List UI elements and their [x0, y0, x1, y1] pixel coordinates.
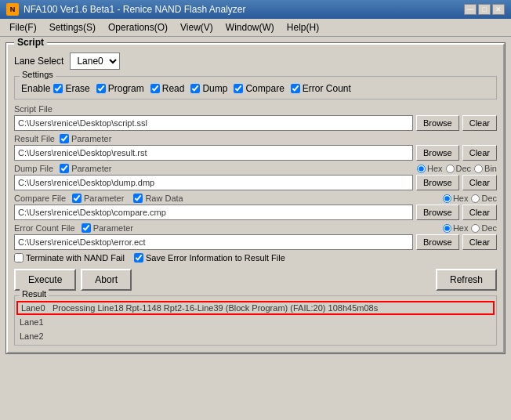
result-lane0-label: Lane0	[21, 303, 49, 313]
app-icon-text: N	[10, 5, 16, 13]
result-file-input[interactable]	[14, 145, 413, 161]
error-count-file-label: Error Count File	[14, 223, 75, 233]
dump-file-browse-button[interactable]: Browse	[416, 175, 459, 190]
menu-file[interactable]: File(F)	[3, 20, 43, 34]
dump-file-row: Dump File Parameter Hex Dec Bin Browse C…	[14, 164, 497, 190]
checkbox-erase[interactable]: Erase	[53, 83, 89, 94]
error-param-checkbox[interactable]: Parameter	[82, 223, 133, 233]
lane-select-dropdown[interactable]: Lane0 Lane1 Lane2 Lane3	[70, 52, 120, 70]
error-radio-group: Hex Dec	[443, 223, 497, 233]
lane-select-label: Lane Select	[14, 56, 63, 67]
title-bar: N NFA100 Ver1.6 Beta1 - Renice NAND Flas…	[0, 0, 511, 19]
result-row-lane0: Lane0 Processing Line18 Rpt-1148 Rpt2-16…	[16, 301, 495, 315]
dump-bin-radio[interactable]: Bin	[474, 164, 497, 173]
abort-button[interactable]: Abort	[81, 269, 132, 291]
result-row-lane1: Lane1	[16, 315, 495, 329]
dump-hex-radio[interactable]: Hex	[417, 164, 443, 173]
result-lane1-label: Lane1	[20, 317, 48, 327]
terminate-row: Terminate with NAND Fail Save Error Info…	[14, 253, 497, 262]
compare-hex-radio[interactable]: Hex	[443, 194, 469, 203]
menu-help[interactable]: Help(H)	[281, 20, 325, 34]
dump-file-label: Dump File	[14, 164, 53, 173]
execute-button[interactable]: Execute	[14, 269, 76, 291]
result-file-row: Result File Parameter Browse Clear	[14, 134, 497, 161]
result-file-label: Result File	[14, 134, 55, 143]
save-error-checkbox[interactable]: Save Error Information to Result File	[134, 253, 285, 262]
checkbox-error-count[interactable]: Error Count	[291, 83, 351, 94]
compare-file-row: Compare File Parameter Raw Data Hex Dec …	[14, 194, 497, 220]
script-file-row: Script File Browse Clear	[14, 104, 497, 131]
result-file-browse-button[interactable]: Browse	[416, 145, 459, 161]
terminate-checkbox[interactable]: Terminate with NAND Fail	[14, 253, 125, 262]
script-file-clear-button[interactable]: Clear	[462, 115, 497, 131]
refresh-button[interactable]: Refresh	[436, 269, 497, 291]
enable-label: Enable	[21, 83, 50, 94]
minimize-button[interactable]: —	[464, 4, 477, 15]
maximize-button[interactable]: □	[478, 4, 491, 15]
error-dec-radio[interactable]: Dec	[471, 223, 497, 233]
action-left-buttons: Execute Abort	[14, 269, 132, 291]
error-count-file-row: Error Count File Parameter Hex Dec Brows…	[14, 223, 497, 250]
close-button[interactable]: ✕	[492, 4, 505, 15]
compare-dec-radio[interactable]: Dec	[471, 194, 497, 203]
script-panel: Script Lane Select Lane0 Lane1 Lane2 Lan…	[6, 43, 505, 353]
result-file-clear-button[interactable]: Clear	[462, 145, 497, 161]
settings-group: Settings Enable Erase Program Read Dump …	[14, 76, 497, 100]
result-lane2-label: Lane2	[20, 331, 48, 341]
window-controls: — □ ✕	[464, 4, 505, 15]
error-count-file-browse-button[interactable]: Browse	[416, 234, 459, 250]
result-area: Lane0 Processing Line18 Rpt-1148 Rpt2-16…	[16, 301, 495, 343]
menu-bar: File(F) Settings(S) Operations(O) View(V…	[0, 19, 511, 37]
compare-rawdata-checkbox[interactable]: Raw Data	[133, 194, 183, 203]
dump-param-checkbox[interactable]: Parameter	[60, 164, 111, 173]
error-count-file-clear-button[interactable]: Clear	[462, 234, 497, 250]
menu-view[interactable]: View(V)	[174, 20, 219, 34]
script-panel-title: Script	[14, 37, 47, 48]
app-icon: N	[6, 3, 19, 16]
script-file-browse-button[interactable]: Browse	[416, 115, 459, 131]
settings-group-title: Settings	[20, 70, 56, 79]
compare-param-checkbox[interactable]: Parameter	[72, 194, 124, 203]
dump-file-clear-button[interactable]: Clear	[462, 175, 497, 190]
compare-file-input[interactable]	[14, 205, 413, 220]
dump-file-input[interactable]	[14, 175, 413, 190]
error-hex-radio[interactable]: Hex	[443, 223, 469, 233]
menu-window[interactable]: Window(W)	[219, 20, 281, 34]
result-lane0-text: Processing Line18 Rpt-1148 Rpt2-16-Line3…	[53, 303, 490, 313]
enable-row: Enable Erase Program Read Dump Compare	[21, 83, 490, 94]
checkbox-dump[interactable]: Dump	[190, 83, 227, 94]
checkbox-compare[interactable]: Compare	[234, 83, 284, 94]
result-row-lane2: Lane2	[16, 329, 495, 343]
main-content: Script Lane Select Lane0 Lane1 Lane2 Lan…	[0, 37, 511, 418]
dump-dec-radio[interactable]: Dec	[446, 164, 472, 173]
result-panel: Result Lane0 Processing Line18 Rpt-1148 …	[14, 295, 497, 346]
compare-radio-group: Hex Dec	[443, 194, 497, 203]
lane-select-row: Lane Select Lane0 Lane1 Lane2 Lane3	[14, 52, 497, 70]
checkbox-read[interactable]: Read	[150, 83, 185, 94]
error-count-file-input[interactable]	[14, 234, 413, 250]
app-title: NFA100 Ver1.6 Beta1 - Renice NAND Flash …	[24, 4, 459, 15]
menu-settings[interactable]: Settings(S)	[43, 20, 102, 34]
dump-radio-group: Hex Dec Bin	[417, 164, 497, 173]
script-file-label: Script File	[14, 104, 53, 114]
action-row: Execute Abort Refresh	[14, 269, 497, 291]
result-panel-title: Result	[20, 289, 49, 299]
result-param-checkbox[interactable]: Parameter	[60, 134, 111, 143]
compare-file-label: Compare File	[14, 194, 66, 203]
checkbox-program[interactable]: Program	[96, 83, 144, 94]
script-file-input[interactable]	[14, 115, 413, 131]
compare-file-browse-button[interactable]: Browse	[416, 205, 459, 220]
menu-operations[interactable]: Operations(O)	[102, 20, 174, 34]
compare-file-clear-button[interactable]: Clear	[462, 205, 497, 220]
